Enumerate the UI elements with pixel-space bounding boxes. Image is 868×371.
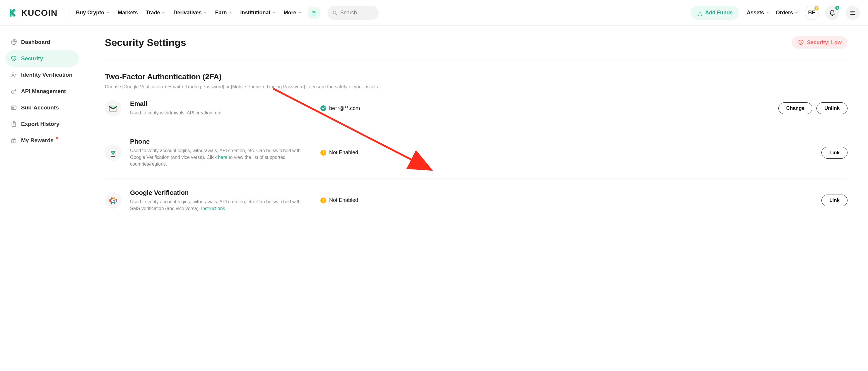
email-icon <box>105 100 121 116</box>
nav-markets[interactable]: Markets <box>118 10 137 16</box>
brand-logo[interactable]: KUCOIN <box>8 8 57 18</box>
clipboard-icon <box>10 121 17 127</box>
nav-derivatives[interactable]: Derivatives <box>174 10 207 16</box>
tfa-section: Two-Factor Authentication (2FA) Choose [… <box>105 59 847 223</box>
google-link-button[interactable]: Link <box>822 195 847 206</box>
shield-check-icon <box>798 39 804 46</box>
nav-assets[interactable]: Assets <box>747 10 769 16</box>
add-funds-label: Add Funds <box>705 10 733 16</box>
sidebar-item-security[interactable]: Security <box>5 50 79 67</box>
google-instructions-link[interactable]: Instructions <box>201 206 225 211</box>
nav-right: Assets Orders BE 1 1 <box>747 6 860 20</box>
content: Security Settings Security: Low Two-Fact… <box>84 26 868 371</box>
search-input[interactable] <box>340 10 373 16</box>
check-circle-icon <box>320 105 326 111</box>
nav-trade[interactable]: Trade <box>146 10 165 16</box>
sidebar-item-dashboard[interactable]: Dashboard <box>5 34 79 50</box>
avatar-badge: 1 <box>814 6 819 11</box>
email-status-text: be**@**.com <box>329 105 360 111</box>
sidebar-item-label: Identity Verification <box>21 72 72 78</box>
nav-earn[interactable]: Earn <box>215 10 232 16</box>
bell-badge: 1 <box>835 5 840 10</box>
chevron-down-icon <box>162 11 165 14</box>
sidebar-item-subaccounts[interactable]: Sub-Accounts <box>5 99 79 116</box>
google-icon <box>105 192 121 209</box>
key-icon <box>10 88 17 95</box>
sidebar-item-api[interactable]: API Management <box>5 83 79 99</box>
google-actions: Link <box>822 195 847 206</box>
chevron-down-icon <box>106 11 110 14</box>
gift-icon <box>311 10 317 16</box>
phone-desc: Used to verify account logins, withdrawa… <box>130 147 312 168</box>
email-change-button[interactable]: Change <box>778 102 812 114</box>
sidebar-item-identity[interactable]: Identity Verification <box>5 67 79 83</box>
email-unlink-button[interactable]: Unlink <box>816 102 847 114</box>
google-title: Google Verification <box>130 189 312 197</box>
sidebar-item-rewards[interactable]: My Rewards <box>5 132 79 148</box>
add-funds-button[interactable]: Add Funds <box>690 6 739 20</box>
svg-point-1 <box>333 11 336 13</box>
tfa-google-row: Google Verification Used to verify accou… <box>105 178 847 223</box>
kucoin-logo-icon <box>8 8 18 18</box>
sidebar: Dashboard Security Identity Verification… <box>0 26 84 371</box>
sidebar-item-label: Security <box>21 55 43 62</box>
security-level-badge: Security: Low <box>792 36 847 48</box>
google-status-text: Not Enabled <box>329 197 358 203</box>
phone-body: Phone Used to verify account logins, wit… <box>130 138 312 168</box>
email-desc: Used to verify withdrawals, API creation… <box>130 109 312 116</box>
avatar[interactable]: BE 1 <box>805 6 819 20</box>
phone-here-link[interactable]: here <box>218 155 227 160</box>
sidebar-item-label: API Management <box>21 88 66 95</box>
nav-trade-label: Trade <box>146 10 160 16</box>
warning-circle-icon: ! <box>320 150 326 156</box>
email-title: Email <box>130 100 312 108</box>
svg-point-2 <box>12 73 14 75</box>
nav-orders[interactable]: Orders <box>776 10 798 16</box>
search-box[interactable] <box>328 6 379 20</box>
nav-more[interactable]: More <box>284 10 302 16</box>
chevron-down-icon <box>298 11 302 14</box>
nav-buy-crypto[interactable]: Buy Crypto <box>76 10 110 16</box>
nav-institutional-label: Institutional <box>241 10 270 16</box>
chevron-down-icon <box>795 11 798 14</box>
download-icon <box>697 10 703 16</box>
google-status: ! Not Enabled <box>320 197 813 203</box>
phone-icon <box>105 144 121 161</box>
tfa-title: Two-Factor Authentication (2FA) <box>105 72 847 81</box>
google-body: Google Verification Used to verify accou… <box>130 189 312 212</box>
sidebar-item-label: My Rewards <box>21 137 54 144</box>
chevron-down-icon <box>229 11 232 14</box>
tfa-phone-row: Phone Used to verify account logins, wit… <box>105 127 847 178</box>
tfa-subtitle: Choose [Google Verification + Email + Tr… <box>105 84 847 90</box>
nav-separator <box>69 9 69 17</box>
email-body: Email Used to verify withdrawals, API cr… <box>130 100 312 116</box>
nav-markets-label: Markets <box>118 10 137 16</box>
tfa-email-row: Email Used to verify withdrawals, API cr… <box>105 90 847 127</box>
nav-derivatives-label: Derivatives <box>174 10 202 16</box>
menu-button[interactable] <box>846 6 860 20</box>
pie-chart-icon <box>10 39 17 45</box>
nav-orders-label: Orders <box>776 10 793 16</box>
notifications-button[interactable]: 1 <box>825 6 839 20</box>
phone-title: Phone <box>130 138 312 145</box>
gift-button[interactable] <box>308 7 320 19</box>
nav-assets-label: Assets <box>747 10 764 16</box>
phone-link-button[interactable]: Link <box>822 147 847 159</box>
search-icon <box>333 10 337 16</box>
nav-buy-label: Buy Crypto <box>76 10 104 16</box>
gift-icon <box>10 137 17 144</box>
email-status: be**@**.com <box>320 105 770 111</box>
sidebar-item-export[interactable]: Export History <box>5 116 79 132</box>
phone-status-text: Not Enabled <box>329 149 358 156</box>
user-check-icon <box>10 72 17 78</box>
header-row: Security Settings Security: Low <box>105 36 847 59</box>
nav-links: Buy Crypto Markets Trade Derivatives Ear… <box>76 10 301 16</box>
google-desc: Used to verify account logins, withdrawa… <box>130 198 312 212</box>
shield-icon <box>10 55 17 62</box>
users-icon <box>10 104 17 111</box>
chevron-down-icon <box>272 11 276 14</box>
email-actions: Change Unlink <box>778 102 847 114</box>
nav-institutional[interactable]: Institutional <box>241 10 276 16</box>
phone-actions: Link <box>822 147 847 159</box>
security-level-text: Security: Low <box>807 39 842 46</box>
